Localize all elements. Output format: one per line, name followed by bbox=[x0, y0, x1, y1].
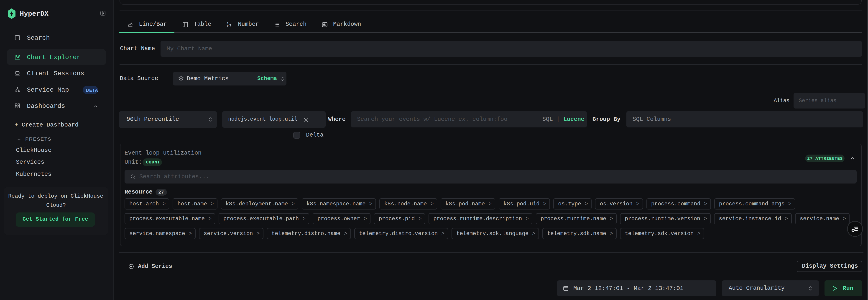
svg-text:3: 3 bbox=[229, 24, 231, 27]
svg-text:2: 2 bbox=[227, 25, 228, 28]
